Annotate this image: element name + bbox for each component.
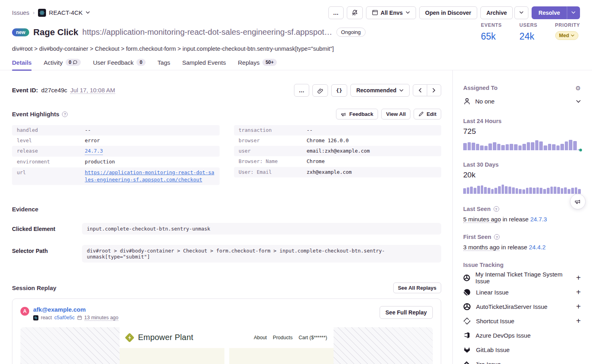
tab-user-feedback[interactable]: User Feedback 0 [93,59,145,70]
issue-tracking-item[interactable]: My Internal Ticket Triage System Issue + [463,271,581,285]
edit-button[interactable]: Edit [414,109,441,119]
event-selector-dropdown[interactable]: Recommended [350,84,410,97]
events-count[interactable]: 65k [481,31,502,42]
url-link[interactable]: https://application-monitoring-react-dot… [85,169,215,183]
event-json-button[interactable]: {} [331,84,347,97]
issue-title: Rage Click [33,27,78,38]
replay-user-email-link[interactable]: afk@example.com [33,306,118,313]
chart-bar [505,186,508,194]
tab-tags[interactable]: Tags [158,59,170,70]
kv-key: level [17,137,85,144]
last-seen-time[interactable]: 5 minutes ago [463,216,501,223]
chart-bar [488,188,490,194]
last-seen-release-link[interactable]: 24.7.3 [530,216,547,223]
more-options-button[interactable]: … [328,6,344,19]
view-all-button[interactable]: View All [381,109,410,119]
chart-bar [494,188,497,194]
resolve-button[interactable]: Resolve [532,6,567,19]
kv-row-level: levelerror [12,135,220,146]
kv-row-user: useremail:zxh@example.com [234,146,442,156]
session-replay-title: Session Replay [12,284,56,291]
event-link-button[interactable] [312,84,328,97]
assignment-settings-button[interactable]: ⚙ [576,85,581,91]
next-event-button[interactable] [427,85,441,96]
chart-bar [533,188,536,194]
replay-nav-products: Products [273,335,292,340]
issue-tracking-item[interactable]: Linear Issue + [463,285,581,299]
first-seen-time[interactable]: 3 months ago [463,244,500,251]
replays-count-badge: 50+ [262,59,277,66]
first-seen-release-link[interactable]: 24.4.2 [529,244,546,251]
replay-viewport: Empower Plant About Products Cart ($****… [120,327,334,364]
plus-icon[interactable]: + [576,288,581,296]
assignee-selector[interactable]: No one [463,97,581,105]
feedback-button[interactable]: Feedback [336,109,378,119]
tab-sampled-events-label: Sampled Events [182,59,226,66]
breadcrumb-issues-link[interactable]: Issues [12,9,29,16]
chevron-down-icon [399,89,404,92]
resolve-dropdown-button[interactable] [567,6,580,19]
plus-icon[interactable]: + [576,317,581,325]
chart-bar [578,189,581,194]
event-id-label: Event ID: [12,87,38,93]
mute-alerts-button[interactable] [347,6,363,19]
archive-button[interactable]: Archive [480,6,513,19]
session-replay-card: A afk@example.com react c5af0e5c 13 minu… [12,298,441,364]
top-bar: Issues › REACT-4CK … All Envs Open in Di… [0,0,592,20]
clicked-element-value: input.complete-checkout-btn.sentry-unmas… [82,223,441,235]
open-in-discover-button[interactable]: Open in Discover [419,6,477,19]
chart-bar [539,141,543,150]
chart-bar [518,145,522,150]
floating-feedback-button[interactable] [570,194,586,209]
issue-tracking-item[interactable]: Azure DevOps Issue [463,328,581,342]
plus-icon[interactable]: + [576,274,581,282]
replay-time-ago[interactable]: 13 minutes ago [84,315,118,321]
chart-bar [488,143,492,150]
issue-tracking-item[interactable]: Shortcut Issue + [463,314,581,328]
issue-tracking-item[interactable]: Jira Issue [463,357,581,364]
plus-icon[interactable]: + [576,302,581,310]
priority-value: Med [559,33,569,38]
chart-bar [463,143,467,150]
event-timestamp[interactable]: Jul 17, 10:08 AM [70,87,115,94]
priority-selector[interactable]: Med [555,31,578,40]
replay-project-name: react [41,315,52,320]
issue-tracking-item[interactable]: AutoTicketJiraServer Issue + [463,299,581,314]
chart-bar [493,142,496,150]
see-all-replays-button[interactable]: See All Replays [393,282,441,293]
chart-bar [474,188,476,194]
replay-card-header: A afk@example.com react c5af0e5c 13 minu… [20,306,433,321]
azure-devops-icon [463,332,470,339]
event-more-button[interactable]: … [294,84,309,97]
highlights-table-right: transaction-- browserChrome 126.0.0 user… [234,125,442,177]
release-link[interactable]: 24.7.3 [85,147,103,155]
help-icon[interactable]: ? [494,206,499,212]
issue-tracking-item[interactable]: GitLab Issue [463,342,581,357]
help-icon[interactable]: ? [62,111,68,117]
tab-sampled-events[interactable]: Sampled Events [182,59,226,70]
help-icon[interactable]: ? [494,234,500,240]
breadcrumb-project-name: REACT-4CK [49,9,82,16]
tab-replays[interactable]: Replays 50+ [238,59,277,70]
issue-tracking-label: GitLab Issue [476,346,510,353]
tab-activity[interactable]: Activity 0 [44,59,81,70]
priority-label: PRIORITY [555,22,580,28]
environment-selector[interactable]: All Envs [366,6,416,19]
last-30-days-chart[interactable] [463,183,581,194]
tab-user-feedback-label: User Feedback [93,59,134,66]
archive-dropdown-button[interactable] [514,6,528,19]
selector-path-value: div#root > div#body-container > Checkout… [82,245,441,263]
session-replay-header: Session Replay See All Replays [12,282,441,293]
tab-details[interactable]: Details [12,59,32,70]
see-full-replay-button[interactable]: See Full Replay [380,306,433,319]
kv-key: browser [239,137,307,144]
replay-id-link[interactable]: c5af0e5c [54,315,75,320]
last-24-hours-chart[interactable] [463,140,581,150]
replay-preview[interactable]: Empower Plant About Products Cart ($****… [20,327,433,364]
avatar: A [20,307,29,316]
previous-event-button[interactable] [413,85,427,96]
chart-bar [560,144,564,150]
breadcrumb-project-selector[interactable]: REACT-4CK [38,9,90,17]
chevron-down-icon [519,11,524,14]
users-count[interactable]: 24k [520,31,538,42]
